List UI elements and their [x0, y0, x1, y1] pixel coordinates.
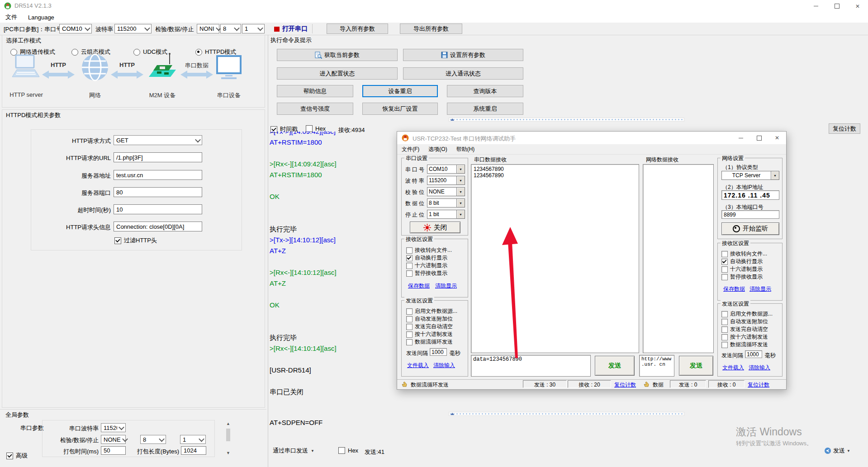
clear-after-send-checkbox[interactable]: 发送完自动清空: [406, 323, 453, 330]
maximize-button[interactable]: [826, 0, 847, 12]
server-port-input[interactable]: 80: [114, 187, 202, 197]
baud-select[interactable]: 115200: [114, 24, 152, 33]
tcp232-databits-select[interactable]: 8 bit: [427, 198, 465, 208]
load-file-link[interactable]: 文件载入: [407, 362, 429, 369]
tcp232-maximize-button[interactable]: [750, 132, 768, 144]
clear-input-link[interactable]: 清除输入: [749, 364, 770, 372]
interval-input[interactable]: 1000: [745, 350, 762, 358]
net-reset-count-link[interactable]: 复位计数: [748, 381, 769, 389]
send-dropdown-button[interactable]: 发送 ▼: [824, 447, 850, 455]
set-params-button[interactable]: 设置所有参数: [403, 49, 523, 61]
file-source-checkbox[interactable]: 启用文件数据源...: [721, 310, 773, 318]
serial-send-button[interactable]: 发送: [595, 356, 635, 376]
loop-send-checkbox[interactable]: 数据流循环发送: [406, 338, 453, 346]
save-data-link[interactable]: 保存数据: [723, 285, 745, 293]
scroll-down-button[interactable]: ▼: [225, 449, 232, 456]
clear-after-send-checkbox[interactable]: 发送完自动清空: [721, 325, 768, 333]
hex-display-checkbox[interactable]: 十六进制显示: [721, 265, 763, 273]
http-header-input[interactable]: Connection: close[0D][0A]: [114, 222, 202, 231]
scroll-up-button[interactable]: ▲: [225, 420, 232, 427]
global-baud-select[interactable]: 115200: [101, 423, 126, 432]
import-params-button[interactable]: 导入所有参数: [327, 24, 388, 34]
device-reboot-button[interactable]: 设备重启: [362, 85, 438, 97]
databits-select[interactable]: 8: [220, 24, 241, 33]
system-reboot-button[interactable]: 系统重启: [447, 103, 523, 115]
tcp232-menu-file[interactable]: 文件(F): [397, 146, 424, 153]
tcp232-close-button[interactable]: [768, 132, 786, 144]
close-button[interactable]: [847, 0, 868, 12]
reset-count-link[interactable]: 复位计数: [614, 381, 636, 389]
save-data-link[interactable]: 保存数据: [408, 282, 430, 290]
hex-display-checkbox[interactable]: 十六进制显示: [406, 262, 447, 269]
http-url-input[interactable]: /1.php[3F]: [114, 152, 202, 162]
parity-select[interactable]: NONI: [197, 24, 219, 33]
net-send-button[interactable]: 发送: [679, 356, 713, 376]
send-via-serial-dropdown[interactable]: 通过串口发送 ▼: [273, 447, 314, 455]
local-port-input[interactable]: 8899: [721, 210, 779, 219]
global-parity-select[interactable]: NONE: [101, 435, 126, 444]
reset-count-button[interactable]: 复位计数: [829, 123, 860, 134]
clear-display-link[interactable]: 清除显示: [749, 285, 771, 293]
clear-display-link[interactable]: 清除显示: [435, 282, 457, 290]
auto-wrap-checkbox[interactable]: 自动换行显示: [721, 258, 763, 265]
local-ip-input[interactable]: 172.16 .11 .45: [721, 190, 779, 200]
pack-time-input[interactable]: 50: [101, 446, 126, 455]
tcp232-minimize-button[interactable]: [732, 132, 750, 144]
auto-wrap-checkbox[interactable]: 自动换行显示: [406, 254, 447, 262]
menu-file[interactable]: 文件: [0, 13, 23, 21]
loop-send-checkbox[interactable]: 数据流循环发送: [721, 341, 768, 349]
tcp232-baud-select[interactable]: 115200: [427, 176, 465, 185]
help-info-button[interactable]: 帮助信息: [277, 85, 353, 97]
filter-http-checkbox[interactable]: 过滤HTTP头: [114, 236, 157, 245]
close-serial-button[interactable]: 关闭: [410, 222, 460, 233]
hex-send-checkbox[interactable]: 按十六进制发送: [406, 330, 453, 338]
proto-select[interactable]: TCP Server: [721, 171, 779, 180]
open-port-button[interactable]: 打开串口: [274, 25, 308, 33]
tcp232-menu-help[interactable]: 帮助(H): [452, 146, 479, 153]
server-addr-input[interactable]: test.usr.cn: [114, 170, 202, 180]
scrollbar-thumb[interactable]: [226, 429, 230, 441]
stopbits-select[interactable]: 1: [242, 24, 265, 33]
advanced-checkbox[interactable]: 高级: [6, 452, 28, 460]
pack-len-input[interactable]: 1024: [181, 446, 206, 455]
clear-input-link[interactable]: 清除输入: [433, 362, 455, 369]
tcp232-stopbits-select[interactable]: 1 bit: [427, 210, 465, 219]
recv-to-file-checkbox[interactable]: 接收转向文件...: [721, 250, 767, 258]
horizontal-splitter-top[interactable]: [449, 118, 684, 122]
send-data-input[interactable]: data=1234567890: [471, 355, 591, 377]
net-recv-box[interactable]: [643, 164, 714, 353]
global-databits-select[interactable]: 8: [140, 435, 166, 444]
tcp232-com-select[interactable]: COM10: [427, 165, 465, 174]
horizontal-splitter-bottom[interactable]: [449, 412, 684, 416]
file-source-checkbox[interactable]: 启用文件数据源...: [406, 307, 457, 315]
net-send-input[interactable]: http://www .usr. cn: [639, 355, 674, 377]
enter-comm-button[interactable]: 进入通讯状态: [403, 67, 523, 80]
http-method-select[interactable]: GET: [114, 135, 202, 145]
export-params-button[interactable]: 导出所有参数: [400, 24, 462, 34]
auto-append-checkbox[interactable]: 自动发送附加位: [406, 315, 453, 323]
timeout-input[interactable]: 10: [114, 204, 202, 214]
auto-append-checkbox[interactable]: 自动发送附加位: [721, 318, 768, 325]
pause-recv-checkbox[interactable]: 暂停接收显示: [406, 269, 447, 277]
tcp232-parity-select[interactable]: NONE: [427, 187, 465, 196]
com-port-select[interactable]: COM10: [59, 24, 92, 33]
query-version-button[interactable]: 查询版本: [447, 85, 523, 97]
interval-input[interactable]: 1000: [430, 348, 447, 356]
recv-to-file-checkbox[interactable]: 接收转向文件...: [406, 246, 452, 254]
tcp232-menu-options[interactable]: 选项(O): [424, 146, 451, 153]
dropdown-arrow-icon: [457, 210, 465, 219]
global-stopbits-select[interactable]: 1: [180, 435, 206, 444]
enter-config-button[interactable]: 进入配置状态: [277, 67, 398, 80]
hex-send-checkbox[interactable]: 按十六进制发送: [721, 333, 768, 341]
hex-checkbox[interactable]: Hex: [306, 125, 326, 132]
start-listen-button[interactable]: 开始监听: [721, 222, 779, 235]
load-file-link[interactable]: 文件载入: [722, 364, 744, 372]
serial-recv-box[interactable]: 1234567890 1234567890: [471, 164, 639, 353]
factory-reset-button[interactable]: 恢复出厂设置: [362, 103, 438, 115]
get-params-button[interactable]: 获取当前参数: [277, 49, 398, 61]
hex-send-checkbox[interactable]: Hex: [338, 447, 358, 454]
pause-recv-checkbox[interactable]: 暂停接收显示: [721, 273, 763, 281]
menu-language[interactable]: Language: [23, 14, 60, 21]
minimize-button[interactable]: [806, 0, 826, 12]
signal-strength-button[interactable]: 查信号强度: [277, 103, 353, 115]
